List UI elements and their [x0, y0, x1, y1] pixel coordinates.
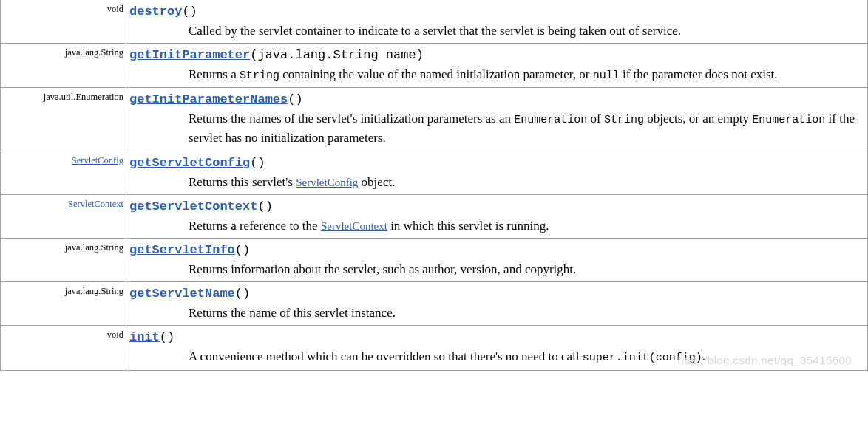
method-params: (): [235, 287, 250, 301]
method-link[interactable]: getInitParameter: [129, 48, 250, 62]
return-type: ServletConfig: [1, 151, 126, 194]
method-description: Returns information about the servlet, s…: [129, 260, 864, 279]
method-description: Returns the name of this servlet instanc…: [129, 304, 864, 323]
table-row: java.lang.StringgetServletInfo()Returns …: [1, 239, 868, 282]
table-row: voidinit()A convenience method which can…: [1, 326, 868, 370]
table-row: ServletConfiggetServletConfig()Returns t…: [1, 151, 868, 194]
method-description: Returns a String containing the value of…: [129, 65, 864, 85]
inline-code: null: [593, 69, 620, 82]
method-link[interactable]: init: [129, 330, 160, 344]
method-params: (): [235, 243, 250, 257]
method-cell: init()A convenience method which can be …: [126, 326, 868, 370]
return-type: java.lang.String: [1, 239, 126, 282]
return-type: java.util.Enumeration: [1, 88, 126, 151]
method-params: (java.lang.String name): [250, 48, 424, 62]
return-type-link[interactable]: ServletConfig: [72, 155, 123, 165]
method-link[interactable]: getServletName: [129, 287, 235, 301]
method-link[interactable]: getServletInfo: [129, 243, 235, 257]
method-link[interactable]: getServletConfig: [129, 156, 250, 170]
method-cell: getServletName()Returns the name of this…: [126, 282, 868, 326]
return-type: void: [1, 326, 126, 370]
table-row: ServletContextgetServletContext()Returns…: [1, 195, 868, 239]
method-link[interactable]: getInitParameterNames: [129, 92, 288, 106]
method-params: (): [257, 199, 272, 213]
method-description: Returns this servlet's ServletConfig obj…: [129, 173, 864, 192]
table-row: voiddestroy()Called by the servlet conta…: [1, 0, 868, 44]
method-description: Returns a reference to the ServletContex…: [129, 216, 864, 236]
method-params: (): [250, 156, 265, 170]
return-type: java.lang.String: [1, 44, 126, 88]
inline-code: String: [604, 114, 644, 126]
method-params: (): [182, 4, 197, 18]
method-description: Called by the servlet container to indic…: [129, 21, 864, 41]
method-cell: getInitParameter(java.lang.String name)R…: [126, 44, 868, 88]
method-description: Returns the names of the servlet's initi…: [129, 109, 864, 148]
method-link[interactable]: destroy: [129, 4, 182, 18]
table-row: java.lang.StringgetServletName()Returns …: [1, 282, 868, 326]
method-description: A convenience method which can be overri…: [129, 347, 864, 367]
return-type: ServletContext: [1, 195, 126, 239]
method-link[interactable]: getServletContext: [129, 199, 257, 213]
method-cell: destroy()Called by the servlet container…: [126, 0, 868, 44]
inline-code: String: [240, 69, 279, 82]
inline-type-link[interactable]: ServletConfig: [296, 177, 358, 188]
method-cell: getServletContext()Returns a reference t…: [126, 195, 868, 239]
inline-code: Enumeration: [514, 114, 587, 126]
inline-code: super.init(config): [583, 352, 702, 364]
method-cell: getServletInfo()Returns information abou…: [126, 239, 868, 282]
method-cell: getServletConfig()Returns this servlet's…: [126, 151, 868, 194]
table-row: java.lang.StringgetInitParameter(java.la…: [1, 44, 868, 88]
inline-type-link[interactable]: ServletContext: [321, 220, 387, 232]
return-type: void: [1, 0, 126, 44]
inline-code: Enumeration: [752, 114, 825, 126]
method-summary-table: voiddestroy()Called by the servlet conta…: [0, 0, 868, 371]
return-type-link[interactable]: ServletContext: [68, 199, 123, 209]
method-cell: getInitParameterNames()Returns the names…: [126, 88, 868, 151]
method-params: (): [288, 92, 302, 106]
table-row: java.util.EnumerationgetInitParameterNam…: [1, 88, 868, 151]
return-type: java.lang.String: [1, 282, 126, 326]
method-params: (): [160, 330, 174, 344]
